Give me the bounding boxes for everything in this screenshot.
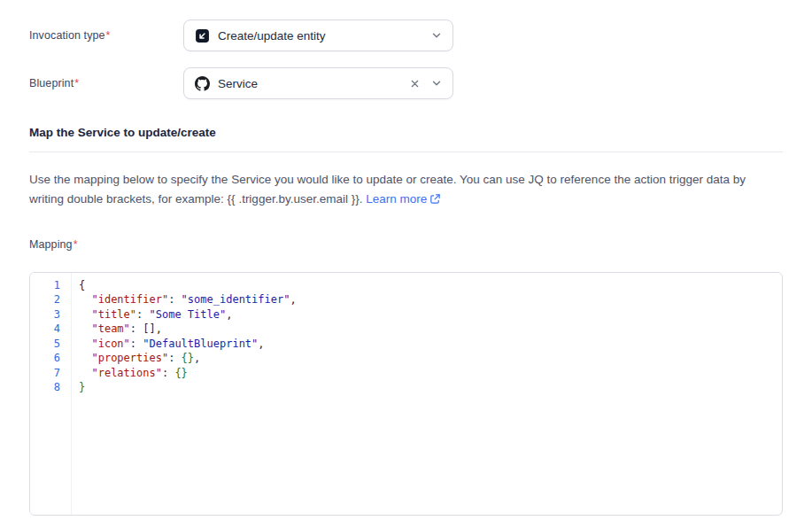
line-number: 2 xyxy=(30,292,72,307)
code-line: 7 "relations": {} xyxy=(30,366,782,381)
code-editor-lines: 1{2 "identifier": "some_identifier",3 "t… xyxy=(30,273,782,395)
blueprint-label: Blueprint* xyxy=(29,77,183,89)
mapping-description: Use the mapping below to specify the Ser… xyxy=(29,170,783,210)
section-title: Map the Service to update/create xyxy=(29,126,783,139)
blueprint-value: Service xyxy=(218,77,400,90)
required-asterisk: * xyxy=(73,238,78,251)
code-line: 2 "identifier": "some_identifier", xyxy=(30,292,782,307)
action-mapping-form: Invocation type* Create/update entity Bl… xyxy=(0,0,812,528)
code-line: 6 "properties": {}, xyxy=(30,351,782,366)
label-text: Blueprint xyxy=(29,77,73,89)
code-text: "icon": "DefaultBlueprint", xyxy=(72,337,265,352)
section-divider xyxy=(29,151,783,152)
line-number: 3 xyxy=(30,307,72,322)
code-text: "identifier": "some_identifier", xyxy=(72,292,297,307)
external-link-icon xyxy=(429,193,441,205)
code-text: "team": [], xyxy=(72,322,162,337)
invocation-type-value: Create/update entity xyxy=(218,29,423,43)
chevron-down-icon xyxy=(431,78,442,89)
code-text: "relations": {} xyxy=(72,366,188,381)
required-asterisk: * xyxy=(106,29,111,42)
invocation-type-row: Invocation type* Create/update entity xyxy=(29,19,783,51)
label-text: Mapping xyxy=(29,238,73,251)
line-number: 1 xyxy=(30,278,72,293)
line-number: 5 xyxy=(30,337,72,352)
line-number: 8 xyxy=(30,380,72,395)
blueprint-select[interactable]: Service xyxy=(183,67,453,99)
required-asterisk: * xyxy=(74,77,79,89)
clear-x-icon[interactable] xyxy=(408,77,421,90)
invocation-type-label: Invocation type* xyxy=(29,29,183,42)
code-line: 4 "team": [], xyxy=(30,322,782,337)
code-line: 8} xyxy=(30,380,782,395)
line-number: 6 xyxy=(30,351,72,366)
mapping-code-editor[interactable]: 1{2 "identifier": "some_identifier",3 "t… xyxy=(29,272,783,516)
learn-more-link[interactable]: Learn more xyxy=(366,192,441,206)
learn-more-label: Learn more xyxy=(366,192,427,206)
github-icon xyxy=(195,76,210,91)
code-text: "title": "Some Title", xyxy=(72,307,232,322)
code-text: } xyxy=(72,380,85,395)
code-line: 5 "icon": "DefaultBlueprint", xyxy=(30,337,782,352)
code-line: 3 "title": "Some Title", xyxy=(30,307,782,322)
line-number: 7 xyxy=(30,366,72,381)
code-text: { xyxy=(72,278,85,293)
chevron-down-icon xyxy=(431,30,442,41)
invocation-type-select[interactable]: Create/update entity xyxy=(183,19,453,51)
label-text: Invocation type xyxy=(29,29,105,42)
mapping-label: Mapping* xyxy=(29,238,783,251)
code-text: "properties": {}, xyxy=(72,351,200,366)
blueprint-row: Blueprint* Service xyxy=(29,67,783,99)
code-line: 1{ xyxy=(30,278,782,293)
line-number: 4 xyxy=(30,322,72,337)
entity-icon xyxy=(195,28,210,43)
